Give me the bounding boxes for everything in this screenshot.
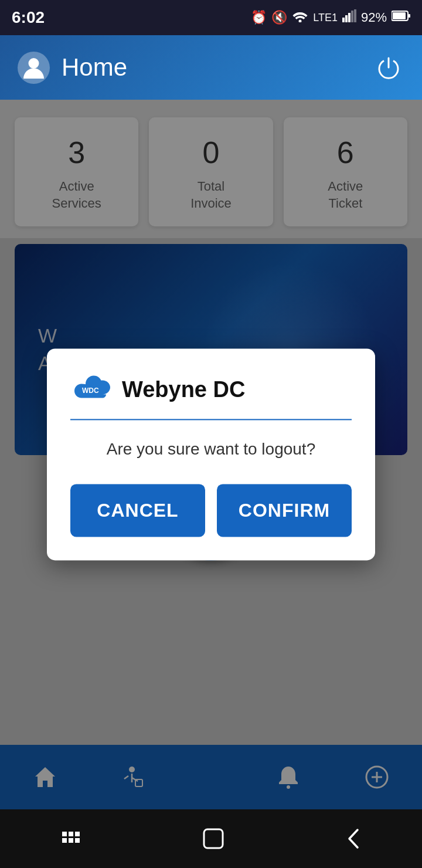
dialog-header: WDC Webyne DC xyxy=(70,372,352,420)
android-nav xyxy=(0,809,422,868)
svg-text:WDC: WDC xyxy=(82,386,99,395)
signal-icon xyxy=(342,9,356,26)
lte-icon: LTE1 xyxy=(313,12,338,24)
time-display: 6:02 xyxy=(12,8,45,27)
svg-rect-7 xyxy=(393,12,406,19)
svg-point-9 xyxy=(29,58,39,69)
svg-rect-8 xyxy=(409,14,410,18)
svg-rect-24 xyxy=(69,838,73,843)
svg-rect-25 xyxy=(75,838,80,843)
svg-rect-20 xyxy=(62,832,67,836)
svg-rect-1 xyxy=(342,18,345,22)
svg-rect-3 xyxy=(348,13,350,22)
nav-left: Home xyxy=(18,52,127,84)
svg-rect-5 xyxy=(354,9,356,22)
battery-icon xyxy=(392,10,410,25)
svg-point-0 xyxy=(299,20,302,23)
user-avatar xyxy=(18,52,50,84)
status-bar: 6:02 ⏰ 🔇 LTE1 92% xyxy=(0,0,422,35)
svg-rect-26 xyxy=(204,829,223,848)
svg-rect-4 xyxy=(351,11,353,22)
logout-dialog: WDC Webyne DC Are you sure want to logou… xyxy=(47,348,375,560)
nav-bar: Home xyxy=(0,35,422,100)
dialog-brand-name: Webyne DC xyxy=(122,377,245,402)
page-title: Home xyxy=(62,53,127,82)
mute-icon: 🔇 xyxy=(271,10,287,25)
alarm-icon: ⏰ xyxy=(251,10,267,25)
dialog-buttons: CANCEL CONFIRM xyxy=(70,484,352,537)
power-button[interactable] xyxy=(372,52,404,84)
svg-rect-21 xyxy=(69,832,73,836)
svg-rect-2 xyxy=(345,15,348,22)
confirm-button[interactable]: CONFIRM xyxy=(217,484,352,537)
svg-rect-23 xyxy=(62,838,67,843)
android-home-button[interactable] xyxy=(202,827,225,850)
wifi-icon xyxy=(292,9,308,26)
wdc-logo: WDC xyxy=(70,372,111,407)
dialog-message: Are you sure want to logout? xyxy=(70,438,352,460)
status-icons: ⏰ 🔇 LTE1 92% xyxy=(251,9,410,26)
main-content: 3 ActiveServices 0 TotalInvoice 6 Active… xyxy=(0,100,422,809)
svg-rect-22 xyxy=(75,832,80,836)
android-menu-button[interactable] xyxy=(60,830,82,847)
android-back-button[interactable] xyxy=(345,828,362,850)
cancel-button[interactable]: CANCEL xyxy=(70,484,205,537)
battery-display: 92% xyxy=(361,10,387,25)
